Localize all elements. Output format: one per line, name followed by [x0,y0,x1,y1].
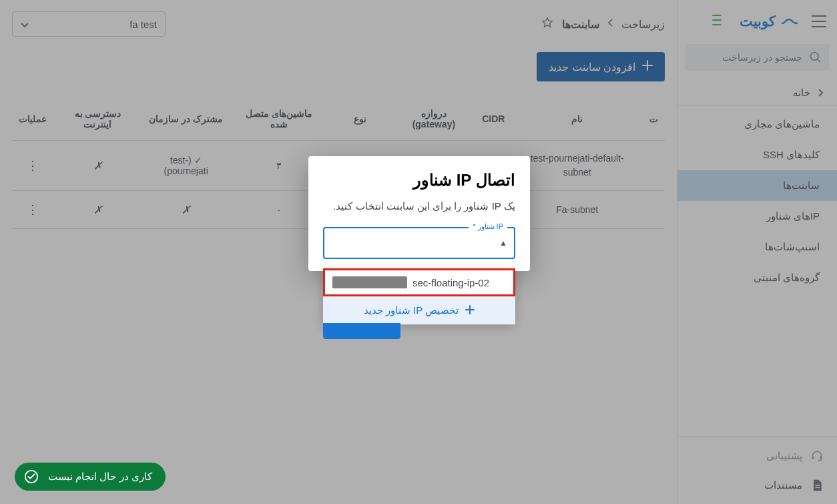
modal-confirm-button[interactable] [323,323,400,339]
check-circle-icon [24,469,39,484]
attach-floating-ip-modal: اتصال IP شناور یک IP شناور را برای این س… [308,156,530,271]
dropdown-option[interactable]: sec-floating-ip-02 [323,268,515,296]
modal-description: یک IP شناور را برای این سابنت انتخاب کنی… [323,200,515,212]
chevron-up-icon: ▲ [499,238,507,248]
plus-icon [465,305,475,316]
redacted-ip [332,276,407,288]
floating-ip-select[interactable]: IP شناور * ▲ [323,227,515,259]
modal-title: اتصال IP شناور [323,171,515,190]
toast-text: کاری در حال انجام نیست [48,471,152,483]
floating-ip-dropdown: sec-floating-ip-02 تخصیص IP شناور جدید [323,268,515,324]
allocate-new-ip-option[interactable]: تخصیص IP شناور جدید [323,296,515,324]
option-label: sec-floating-ip-02 [412,277,489,288]
select-label: IP شناور * [469,222,507,231]
new-option-label: تخصیص IP شناور جدید [364,304,459,316]
status-toast[interactable]: کاری در حال انجام نیست [15,463,166,491]
